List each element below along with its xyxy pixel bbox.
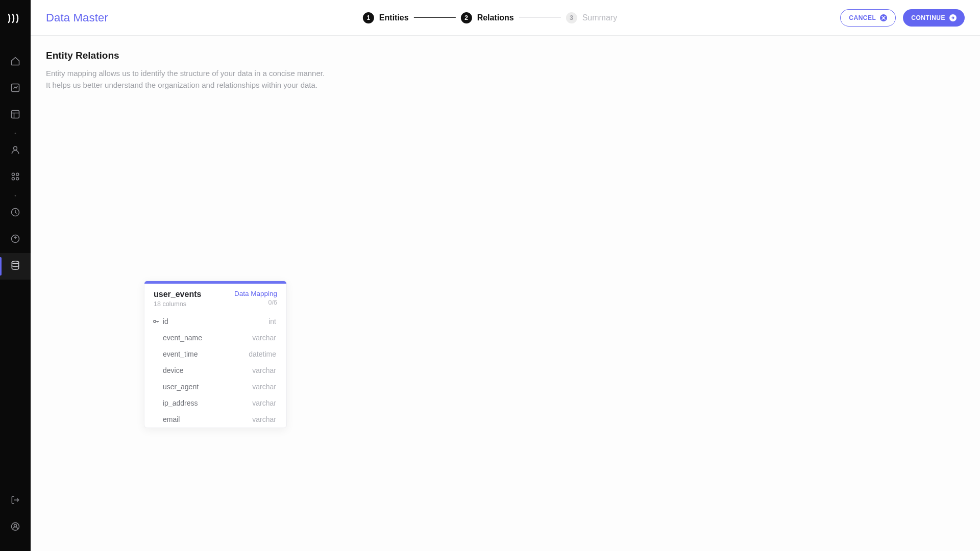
activity-icon [10, 207, 20, 219]
step-label: Entities [379, 13, 409, 22]
key-icon [153, 319, 160, 324]
sidebar-bottom [0, 488, 31, 551]
logout-icon [10, 495, 20, 507]
home-icon [10, 56, 20, 68]
entity-column-name: device [163, 366, 183, 374]
sidebar-item-home[interactable] [0, 49, 31, 76]
sidebar-item-share[interactable] [0, 227, 31, 253]
svg-point-2 [14, 146, 17, 150]
entity-column-type: varchar [252, 383, 276, 391]
sidebar-item-dashboard[interactable] [0, 76, 31, 102]
app-title: Data Master [46, 11, 108, 24]
step-badge: 1 [363, 12, 374, 23]
entity-column-type: varchar [252, 334, 276, 342]
step-label: Summary [582, 13, 617, 22]
entity-column-type: datetime [249, 350, 276, 358]
entity-columns: idintevent_namevarcharevent_timedatetime… [144, 313, 286, 428]
sidebar-item-components[interactable] [0, 164, 31, 191]
content-canvas[interactable]: Entity Relations Entity mapping allows u… [31, 36, 980, 551]
entity-column-name: email [163, 415, 180, 423]
entity-column-row[interactable]: event_timedatetime [144, 346, 286, 362]
dashboard-icon [10, 83, 20, 95]
step-line [519, 17, 561, 18]
step-relations[interactable]: 2 Relations [461, 12, 514, 23]
share-icon [10, 234, 20, 246]
close-icon [880, 14, 887, 21]
app-logo[interactable] [7, 10, 23, 27]
svg-point-12 [154, 320, 156, 322]
header: Data Master 1 Entities 2 Relations 3 Sum… [31, 0, 980, 36]
main: Data Master 1 Entities 2 Relations 3 Sum… [31, 0, 980, 551]
data-mapping-link[interactable]: Data Mapping [234, 290, 277, 297]
continue-button[interactable]: CONTINUE [903, 9, 965, 27]
entity-column-name: id [163, 317, 168, 325]
sidebar-item-layout[interactable] [0, 102, 31, 129]
step-badge: 2 [461, 12, 472, 23]
sidebar-divider [14, 129, 16, 138]
entity-card-user-events[interactable]: user_events 18 columns Data Mapping 0/6 … [144, 281, 287, 428]
entity-column-row[interactable]: user_agentvarchar [144, 379, 286, 395]
entity-column-type: varchar [252, 399, 276, 407]
continue-button-label: CONTINUE [911, 14, 945, 21]
step-label: Relations [477, 13, 514, 22]
entity-column-count: 18 columns [154, 300, 201, 308]
svg-point-6 [16, 178, 19, 180]
sidebar [0, 0, 31, 551]
cancel-button[interactable]: CANCEL [840, 9, 896, 27]
profile-icon [10, 521, 20, 534]
entity-column-type: varchar [252, 415, 276, 423]
entity-column-type: varchar [252, 366, 276, 374]
entity-card-header: user_events 18 columns Data Mapping 0/6 [144, 284, 286, 313]
entity-column-row[interactable]: emailvarchar [144, 411, 286, 428]
svg-point-5 [12, 178, 14, 180]
database-icon [10, 260, 20, 272]
stepper: 1 Entities 2 Relations 3 Summary [363, 12, 617, 23]
step-summary[interactable]: 3 Summary [566, 12, 617, 23]
entity-column-type: int [268, 317, 276, 325]
entity-column-name: ip_address [163, 399, 198, 407]
entity-column-row[interactable]: devicevarchar [144, 362, 286, 379]
entity-name: user_events [154, 290, 201, 299]
data-mapping-count: 0/6 [234, 299, 277, 306]
sidebar-item-users[interactable] [0, 138, 31, 164]
svg-rect-1 [12, 111, 19, 118]
sidebar-item-activity[interactable] [0, 200, 31, 227]
layout-icon [10, 109, 20, 121]
sidebar-item-profile[interactable] [0, 514, 31, 541]
entity-column-row[interactable]: ip_addressvarchar [144, 395, 286, 411]
entity-column-name: user_agent [163, 383, 199, 391]
sidebar-item-logout[interactable] [0, 488, 31, 514]
entity-column-name: event_name [163, 334, 202, 342]
sidebar-divider [14, 191, 16, 200]
cancel-button-label: CANCEL [849, 14, 876, 21]
entity-column-row[interactable]: event_namevarchar [144, 330, 286, 346]
page-description: Entity mapping allows us to identify the… [46, 67, 332, 91]
users-icon [10, 145, 20, 157]
svg-point-9 [12, 261, 18, 264]
page-title: Entity Relations [46, 50, 965, 61]
sidebar-item-database[interactable] [0, 253, 31, 280]
arrow-right-icon [949, 14, 957, 21]
entity-column-name: event_time [163, 350, 198, 358]
step-entities[interactable]: 1 Entities [363, 12, 409, 23]
svg-point-3 [12, 173, 14, 176]
components-icon [10, 171, 20, 184]
entity-column-row[interactable]: idint [144, 313, 286, 330]
header-actions: CANCEL CONTINUE [840, 9, 965, 27]
step-line [414, 17, 456, 18]
svg-point-4 [16, 173, 19, 176]
step-badge: 3 [566, 12, 577, 23]
